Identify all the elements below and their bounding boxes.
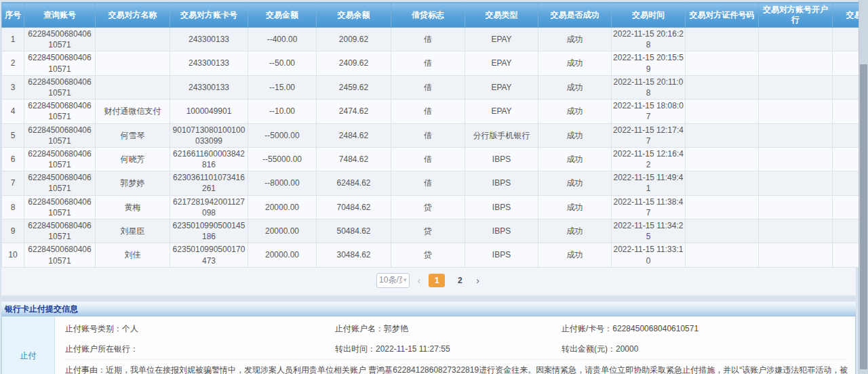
column-header: 序号 <box>2 3 24 28</box>
table-cell: 贷 <box>391 220 465 243</box>
column-header: 查询账号 <box>24 3 96 28</box>
table-cell: 243300133 <box>170 28 248 51</box>
table-cell: 2022-11-15 11:38:47 <box>612 195 686 219</box>
table-cell: 成功 <box>538 243 612 267</box>
table-cell: 何晓芳 <box>96 147 170 171</box>
column-header: 交易对方名称 <box>96 3 170 28</box>
table-cell: 6228450068040610571 <box>24 147 96 171</box>
table-cell: 20000.00 <box>248 195 317 219</box>
column-header: 交易对方证件号码 <box>686 3 759 28</box>
page-size-select[interactable]: 10条/页 ▾ <box>376 273 410 288</box>
table-row: 56228450068040610571何雪琴90107130801001000… <box>2 123 868 147</box>
table-cell: 成功 <box>538 123 612 147</box>
table-cell: 10 <box>2 243 24 267</box>
table-cell <box>759 51 833 75</box>
next-page-button[interactable]: › <box>475 274 481 287</box>
table-cell: 2022-11-15 18:08:07 <box>612 100 686 123</box>
table-cell: 2022-11-15 11:34:25 <box>612 220 686 243</box>
scrollbar-thumb[interactable] <box>860 64 867 369</box>
transactions-panel: 序号查询账号交易对方名称交易对方账卡号交易金额交易余额借贷标志交易类型交易是否成… <box>1 2 856 296</box>
table-cell: 70484.62 <box>317 195 391 219</box>
table-cell: 2022-11-15 20:16:28 <box>612 28 686 51</box>
transfer-time-field: 转出时间：2022-11-15 11:27:55 <box>335 344 561 355</box>
table-cell: 6228450068040610571 <box>24 75 96 99</box>
table-cell <box>686 51 759 75</box>
table-cell <box>686 28 759 51</box>
table-cell: 6217281942001127098 <box>170 195 248 219</box>
table-cell: 郭梦婷 <box>96 171 170 195</box>
table-cell: 借 <box>391 171 465 195</box>
table-cell <box>96 51 170 75</box>
table-cell: 2022-11-15 20:15:59 <box>612 51 686 75</box>
table-cell: 成功 <box>538 51 612 75</box>
stop-card-number-field: 止付账/卡号：6228450068040610571 <box>561 323 848 335</box>
table-cell <box>759 171 833 195</box>
table-cell <box>759 243 833 267</box>
table-cell <box>686 123 759 147</box>
stop-payment-section-title: 银行卡止付提交信息 <box>1 302 856 316</box>
table-cell: 7 <box>2 171 24 195</box>
table-cell: IBPS <box>465 220 538 243</box>
field-row: 止付账号类别：个人 止付账户名：郭梦艳 止付账/卡号：6228450068040… <box>65 318 848 339</box>
table-cell: 2022-11-15 12:16:42 <box>612 147 686 171</box>
table-cell <box>759 220 833 243</box>
table-cell: 刘佳 <box>96 243 170 267</box>
table-cell: 5 <box>2 123 24 147</box>
table-cell <box>686 75 759 99</box>
table-cell: 成功 <box>538 195 612 219</box>
table-cell: 成功 <box>538 100 612 123</box>
table-cell: 62484.62 <box>317 171 391 195</box>
chevron-down-icon: ▾ <box>403 277 407 283</box>
page-button-1[interactable]: 1 <box>429 274 445 287</box>
table-cell <box>686 171 759 195</box>
table-cell: 6228450068040610571 <box>24 28 96 51</box>
table-cell: 2484.62 <box>317 123 391 147</box>
column-header: 交易对方账号开户行 <box>759 3 833 28</box>
table-cell: 2409.62 <box>317 51 391 75</box>
table-cell: 9 <box>2 220 24 243</box>
prev-page-button[interactable]: ‹ <box>416 274 422 287</box>
table-cell <box>686 243 759 267</box>
table-cell: 财付通微信支付 <box>96 100 170 123</box>
table-cell: 6228450068040610571 <box>24 123 96 147</box>
table-cell: 1 <box>2 28 24 51</box>
table-row: 86228450068040610571黄梅621728194200112709… <box>2 195 868 219</box>
table-cell: 分行版手机银行 <box>465 123 538 147</box>
table-cell: EPAY <box>465 28 538 51</box>
table-row: 76228450068040610571郭梦婷62303611010734162… <box>2 171 868 195</box>
table-cell: 243300133 <box>170 75 248 99</box>
table-cell: IBPS <box>465 195 538 219</box>
column-header: 交易时间 <box>612 3 686 28</box>
table-cell: 贷 <box>391 195 465 219</box>
table-cell: 1000049901 <box>170 100 248 123</box>
field-row: 止付账户所在银行： 转出时间：2022-11-15 11:27:55 转出金额(… <box>65 339 848 359</box>
table-cell <box>759 100 833 123</box>
table-cell: IBPS <box>465 243 538 267</box>
table-cell <box>686 147 759 171</box>
table-cell: 3 <box>2 75 24 99</box>
table-cell: 6228450068040610571 <box>24 171 96 195</box>
table-cell: 刘星臣 <box>96 220 170 243</box>
column-header: 交易金额 <box>248 3 317 28</box>
table-cell: 成功 <box>538 28 612 51</box>
page-size-label: 10条/页 <box>379 274 402 286</box>
table-cell: 243300133 <box>170 51 248 75</box>
table-cell: 6228450068040610571 <box>24 51 96 75</box>
table-cell <box>759 147 833 171</box>
table-cell: 成功 <box>538 147 612 171</box>
table-cell: --5000.00 <box>248 123 317 147</box>
table-cell: 6235010990500170473 <box>170 243 248 267</box>
main-content: 序号查询账号交易对方名称交易对方账卡号交易金额交易余额借贷标志交易类型交易是否成… <box>1 2 856 374</box>
page-button-2[interactable]: 2 <box>452 274 468 287</box>
table-cell: 成功 <box>538 75 612 99</box>
table-cell: 2 <box>2 51 24 75</box>
stop-payment-group-content: 止付账号类别：个人 止付账户名：郭梦艳 止付账/卡号：6228450068040… <box>55 316 855 374</box>
vertical-scrollbar[interactable] <box>859 0 868 374</box>
table-cell: 成功 <box>538 220 612 243</box>
table-cell: 9010713080100100033099 <box>170 123 248 147</box>
table-cell <box>686 220 759 243</box>
column-header: 交易余额 <box>317 3 391 28</box>
table-cell: 50484.62 <box>317 220 391 243</box>
table-cell: 6228450068040610571 <box>24 195 96 219</box>
table-cell: 6230361101073416261 <box>170 171 248 195</box>
